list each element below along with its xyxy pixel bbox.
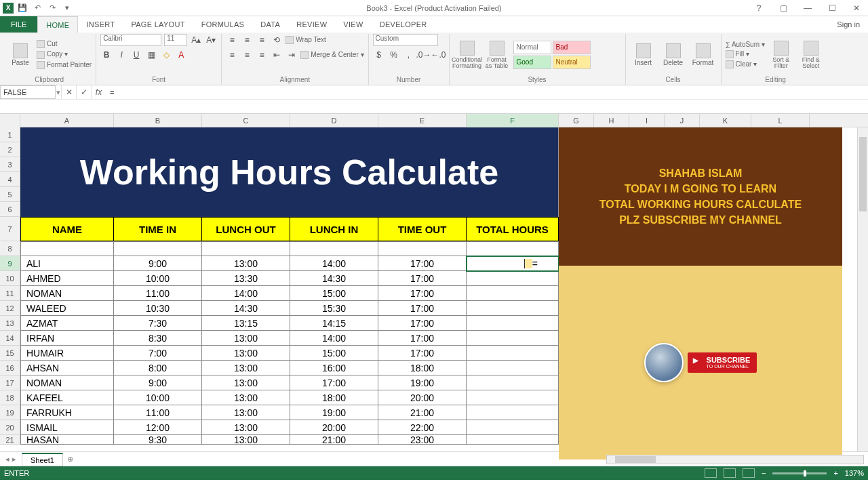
- cell-name[interactable]: ALI: [20, 256, 114, 271]
- style-bad[interactable]: Bad: [553, 41, 591, 54]
- zoom-slider[interactable]: [772, 472, 827, 474]
- select-all-corner[interactable]: [0, 114, 20, 127]
- cell-total-hours-active[interactable]: =: [467, 256, 559, 271]
- row-header-14[interactable]: 14: [0, 331, 20, 346]
- row-header-13[interactable]: 13: [0, 316, 20, 331]
- cell-time-in[interactable]: 8:30: [114, 331, 202, 346]
- cut-button[interactable]: Cut: [37, 40, 92, 48]
- redo-icon[interactable]: ↷: [46, 2, 58, 14]
- cell-time-out[interactable]: 22:00: [378, 420, 467, 435]
- tab-home[interactable]: HOME: [37, 16, 78, 33]
- cell-lunch-in[interactable]: 17:00: [290, 375, 378, 390]
- cell-total-hours[interactable]: [467, 271, 559, 286]
- fill-color-button[interactable]: ◇: [160, 49, 172, 61]
- cell-total-hours[interactable]: [467, 390, 559, 405]
- page-layout-view-icon[interactable]: [724, 468, 736, 478]
- cell-lunch-in[interactable]: 20:00: [290, 420, 378, 435]
- tab-view[interactable]: VIEW: [335, 16, 371, 33]
- cell-lunch-in[interactable]: 14:00: [290, 331, 378, 346]
- cell-lunch-in[interactable]: 18:00: [290, 390, 378, 405]
- cell-time-in[interactable]: 7:00: [114, 346, 202, 361]
- cell-total-hours[interactable]: [467, 405, 559, 420]
- cell-name[interactable]: AZMAT: [20, 316, 114, 331]
- cell-time-out[interactable]: 17:00: [378, 301, 467, 316]
- decrease-indent-icon[interactable]: ⇤: [271, 49, 283, 61]
- increase-indent-icon[interactable]: ⇥: [285, 49, 298, 61]
- horizontal-scrollbar[interactable]: [606, 455, 864, 464]
- align-top-icon[interactable]: ≡: [226, 34, 238, 46]
- cell-lunch-in[interactable]: 14:30: [290, 271, 378, 286]
- cell-time-out[interactable]: 17:00: [378, 331, 467, 346]
- new-sheet-icon[interactable]: ⊕: [63, 455, 78, 464]
- cell-total-hours[interactable]: [467, 435, 559, 445]
- copy-button[interactable]: Copy ▾: [37, 50, 92, 58]
- col-header-E[interactable]: E: [378, 114, 467, 127]
- cell-lunch-in[interactable]: 14:15: [290, 316, 378, 331]
- sign-in-link[interactable]: Sign in: [829, 16, 868, 33]
- cell-lunch-in[interactable]: 15:30: [290, 301, 378, 316]
- cell-time-out[interactable]: 23:00: [378, 435, 467, 445]
- cell-total-hours[interactable]: [467, 361, 559, 375]
- tab-review[interactable]: REVIEW: [288, 16, 335, 33]
- cell-name[interactable]: AHMED: [20, 271, 114, 286]
- clear-button[interactable]: Clear ▾: [726, 60, 765, 68]
- col-header-L[interactable]: L: [751, 114, 810, 127]
- cell-time-in[interactable]: 11:00: [114, 405, 202, 420]
- cell-lunch-out[interactable]: 13:00: [202, 375, 290, 390]
- cell-name[interactable]: KAFEEL: [20, 390, 114, 405]
- decrease-decimal-icon[interactable]: ←.0: [433, 49, 445, 61]
- percent-icon[interactable]: %: [388, 49, 400, 61]
- cell-lunch-out[interactable]: 13:00: [202, 331, 290, 346]
- accounting-icon[interactable]: $: [373, 49, 385, 61]
- name-box[interactable]: FALSE: [0, 85, 56, 99]
- find-select-button[interactable]: Find & Select: [797, 36, 825, 74]
- cell-time-in[interactable]: 10:30: [114, 301, 202, 316]
- bold-button[interactable]: B: [100, 49, 113, 61]
- cancel-formula-icon[interactable]: ✕: [61, 85, 76, 99]
- cell-time-in[interactable]: 12:00: [114, 420, 202, 435]
- cell-name[interactable]: HUMAIR: [20, 346, 114, 361]
- header-lunch-out[interactable]: LUNCH OUT: [202, 217, 290, 241]
- close-icon[interactable]: ✕: [845, 1, 868, 16]
- paste-button[interactable]: Paste: [7, 36, 34, 74]
- cell-time-out[interactable]: 17:00: [378, 316, 467, 331]
- decrease-font-icon[interactable]: A▾: [205, 34, 217, 46]
- sheet-nav-icons[interactable]: ◂ ▸: [0, 455, 22, 464]
- align-center-icon[interactable]: ≡: [241, 49, 253, 61]
- header-lunch-in[interactable]: LUNCH IN: [290, 217, 378, 241]
- cell-name[interactable]: AHSAN: [20, 361, 114, 375]
- help-icon[interactable]: ?: [747, 1, 770, 16]
- cell-time-in[interactable]: 9:00: [114, 375, 202, 390]
- italic-button[interactable]: I: [115, 49, 127, 61]
- cell-lunch-out[interactable]: 13:00: [202, 346, 290, 361]
- cell-lunch-out[interactable]: [202, 241, 290, 256]
- cell-lunch-in[interactable]: 15:00: [290, 286, 378, 301]
- cell-lunch-out[interactable]: 13:30: [202, 271, 290, 286]
- col-header-B[interactable]: B: [114, 114, 202, 127]
- cell-lunch-in[interactable]: 16:00: [290, 361, 378, 375]
- fx-icon[interactable]: fx: [91, 85, 106, 99]
- row-header-10[interactable]: 10: [0, 271, 20, 286]
- style-normal[interactable]: Normal: [513, 41, 551, 54]
- zoom-out-icon[interactable]: −: [762, 469, 766, 477]
- conditional-formatting-button[interactable]: Conditional Formatting: [454, 36, 481, 74]
- vertical-scrollbar[interactable]: [857, 127, 868, 451]
- cell-time-in[interactable]: [114, 241, 202, 256]
- format-painter-button[interactable]: Format Painter: [37, 61, 92, 69]
- tab-page-layout[interactable]: PAGE LAYOUT: [123, 16, 193, 33]
- increase-font-icon[interactable]: A▴: [190, 34, 202, 46]
- tab-file[interactable]: FILE: [0, 16, 37, 33]
- cell-total-hours[interactable]: [467, 346, 559, 361]
- sort-filter-button[interactable]: Sort & Filter: [768, 36, 795, 74]
- cell-name[interactable]: ISMAIL: [20, 420, 114, 435]
- merge-center-button[interactable]: Merge & Center ▾: [300, 51, 363, 59]
- ribbon-options-icon[interactable]: ▢: [772, 1, 795, 16]
- font-size-select[interactable]: 11: [164, 34, 187, 46]
- orientation-icon[interactable]: ⟲: [271, 34, 283, 46]
- format-as-table-button[interactable]: Format as Table: [484, 36, 511, 74]
- cell-total-hours[interactable]: [467, 286, 559, 301]
- cell-lunch-out[interactable]: 13:00: [202, 435, 290, 445]
- cell-time-in[interactable]: 9:30: [114, 435, 202, 445]
- col-header-A[interactable]: A: [20, 114, 114, 127]
- row-header-20[interactable]: 20: [0, 420, 20, 435]
